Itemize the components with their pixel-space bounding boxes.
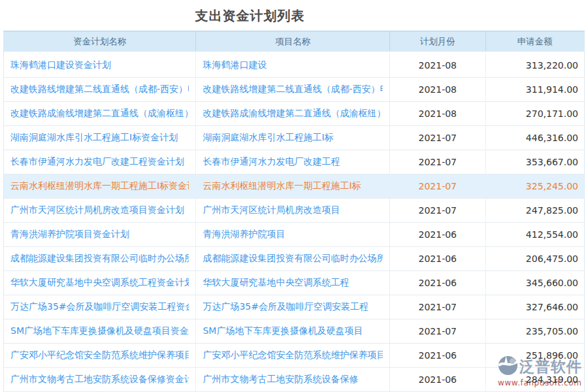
plan-name-link[interactable]: 湖南洞庭湖水库引水工程施工I标资金计划 <box>10 132 189 144</box>
project-name-link[interactable]: 湖南洞庭湖水库引水工程施工I标 <box>203 132 383 144</box>
table-row: 华软大厦研究基地中央空调系统工程资金计划华软大厦研究基地中央空调系统工程2021… <box>4 271 584 295</box>
plan-name-link[interactable]: 广州市天河区统计局机房改造项目资金计划 <box>10 204 189 216</box>
col-header-request-amount: 申请金额 <box>485 31 584 53</box>
project-name-link[interactable]: 青海洪湖养护院项目 <box>203 229 383 240</box>
request-amount: 446,316.00 <box>526 133 578 143</box>
table-header-row: 资金计划名称 项目名称 计划月份 申请金额 <box>4 31 584 53</box>
request-amount: 247,825.00 <box>526 205 578 216</box>
plan-month: 2021-08 <box>419 108 457 119</box>
plan-name-link[interactable]: 青海洪湖养护院项目资金计划 <box>10 229 189 240</box>
table-row: 长春市伊通河水力发电厂改建工程资金计划长春市伊通河水力发电厂改建工程2021-0… <box>4 150 584 174</box>
fund-plan-table: 资金计划名称 项目名称 计划月份 申请金额 珠海鹤港口建设资金计划珠海鹤港口建设… <box>3 31 585 392</box>
plan-month: 2021-08 <box>419 60 457 71</box>
project-name-link[interactable]: 长春市伊通河水力发电厂改建工程 <box>203 156 383 168</box>
table-row: 万达广场35#会所及咖啡厅空调安装工程资金...万达广场35#会所及咖啡厅空调安… <box>4 295 584 319</box>
plan-month: 2021-07 <box>419 302 457 312</box>
col-header-plan-month: 计划月份 <box>390 31 486 53</box>
plan-month: 2021-07 <box>419 133 457 143</box>
request-amount: 345,660.00 <box>526 278 578 288</box>
table-row: SM广场地下车库更换摄像机及硬盘项目资金...SM广场地下车库更换摄像机及硬盘项… <box>4 319 584 344</box>
plan-month: 2021-08 <box>419 84 457 95</box>
request-amount: 325,245.00 <box>526 181 578 191</box>
table-row: 青海洪湖养护院项目资金计划青海洪湖养护院项目2021-06412,554.00 <box>4 223 584 247</box>
plan-name-link[interactable]: 珠海鹤港口建设资金计划 <box>10 59 189 71</box>
plan-month: 2021-07 <box>419 157 457 167</box>
table-row: 改建铁路成渝线增建第二直通线（成渝枢纽）...改建铁路成渝线增建第二直通线（成渝… <box>4 102 584 126</box>
request-amount: 251,896.00 <box>526 350 578 361</box>
request-amount: 412,554.00 <box>526 229 578 240</box>
table-row: 珠海鹤港口建设资金计划珠海鹤港口建设2021-08313,220.00 <box>4 53 584 78</box>
table-row: 湖南洞庭湖水库引水工程施工I标资金计划湖南洞庭湖水库引水工程施工I标2021-0… <box>4 126 584 150</box>
table-row: 云南水利枢纽潜明水库一期工程施工I标资金计划云南水利枢纽潜明水库一期工程施工I标… <box>4 174 584 199</box>
plan-month: 2021-06 <box>419 229 457 240</box>
project-name-link[interactable]: 珠海鹤港口建设 <box>203 59 383 71</box>
request-amount: 270,171.00 <box>526 108 578 119</box>
project-name-link[interactable]: 云南水利枢纽潜明水库一期工程施工I标 <box>203 180 383 192</box>
plan-month: 2021-07 <box>419 326 457 336</box>
table-row: 成都能源建设集团投资有限公司临时办公场所...成都能源建设集团投资有限公司临时办… <box>4 247 584 271</box>
table-row: 广安邓小平纪念馆安全防范系统维护保养项目...广安邓小平纪念馆安全防范系统维护保… <box>4 344 584 368</box>
plan-month: 2021-06 <box>419 278 457 288</box>
project-name-link[interactable]: 改建铁路成渝线增建第二直通线（成渝枢纽）... <box>203 108 383 120</box>
plan-name-link[interactable]: 云南水利枢纽潜明水库一期工程施工I标资金计划 <box>10 180 189 192</box>
page-title: 支出资金计划列表 <box>0 7 500 25</box>
plan-name-link[interactable]: SM广场地下车库更换摄像机及硬盘项目资金... <box>10 325 189 337</box>
request-amount: 235,705.00 <box>526 326 578 336</box>
plan-name-link[interactable]: 广安邓小平纪念馆安全防范系统维护保养项目... <box>10 350 189 361</box>
plan-name-link[interactable]: 长春市伊通河水力发电厂改建工程资金计划 <box>10 156 189 168</box>
project-name-link[interactable]: 广州市天河区统计局机房改造项目 <box>203 204 383 216</box>
plan-name-link[interactable]: 改建铁路成渝线增建第二直通线（成渝枢纽）... <box>10 108 189 120</box>
project-name-link[interactable]: 广州市文物考古工地安防系统设备保修 <box>203 374 383 385</box>
project-name-link[interactable]: 万达广场35#会所及咖啡厅空调安装工程 <box>203 301 383 313</box>
request-amount: 353,667.00 <box>526 157 578 167</box>
plan-month: 2021-06 <box>419 350 457 361</box>
project-name-link[interactable]: 改建铁路线增建第二线直通线（成都-西安）电... <box>203 84 383 95</box>
request-amount: 313,220.00 <box>526 60 578 71</box>
project-name-link[interactable]: 华软大厦研究基地中央空调系统工程 <box>203 277 383 289</box>
plan-month: 2021-07 <box>419 181 457 191</box>
project-name-link[interactable]: 广安邓小平纪念馆安全防范系统维护保养项目 <box>203 350 383 361</box>
col-header-plan-name: 资金计划名称 <box>4 31 196 53</box>
col-header-project-name: 项目名称 <box>196 31 390 53</box>
project-name-link[interactable]: SM广场地下车库更换摄像机及硬盘项目 <box>203 325 383 337</box>
plan-month: 2021-07 <box>419 205 457 216</box>
plan-name-link[interactable]: 广州市文物考古工地安防系统设备保修资金计划 <box>10 374 189 385</box>
plan-name-link[interactable]: 华软大厦研究基地中央空调系统工程资金计划 <box>10 277 189 289</box>
table-row: 广州市文物考古工地安防系统设备保修资金计划广州市文物考古工地安防系统设备保修20… <box>4 368 584 392</box>
table-row: 改建铁路线增建第二线直通线（成都-西安）电...改建铁路线增建第二线直通线（成都… <box>4 78 584 102</box>
table-row: 广州市天河区统计局机房改造项目资金计划广州市天河区统计局机房改造项目2021-0… <box>4 199 584 223</box>
project-name-link[interactable]: 成都能源建设集团投资有限公司临时办公场所... <box>203 253 383 265</box>
plan-name-link[interactable]: 万达广场35#会所及咖啡厅空调安装工程资金... <box>10 301 189 313</box>
request-amount: 311,914.00 <box>526 84 578 95</box>
request-amount: 327,646.00 <box>526 302 578 312</box>
request-amount: 206,475.00 <box>526 253 578 264</box>
plan-month: 2021-06 <box>419 253 457 264</box>
plan-month: 2021-06 <box>419 374 457 385</box>
request-amount: 284,319.00 <box>526 374 578 385</box>
plan-name-link[interactable]: 改建铁路线增建第二线直通线（成都-西安）电... <box>10 84 189 95</box>
plan-name-link[interactable]: 成都能源建设集团投资有限公司临时办公场所... <box>10 253 189 265</box>
